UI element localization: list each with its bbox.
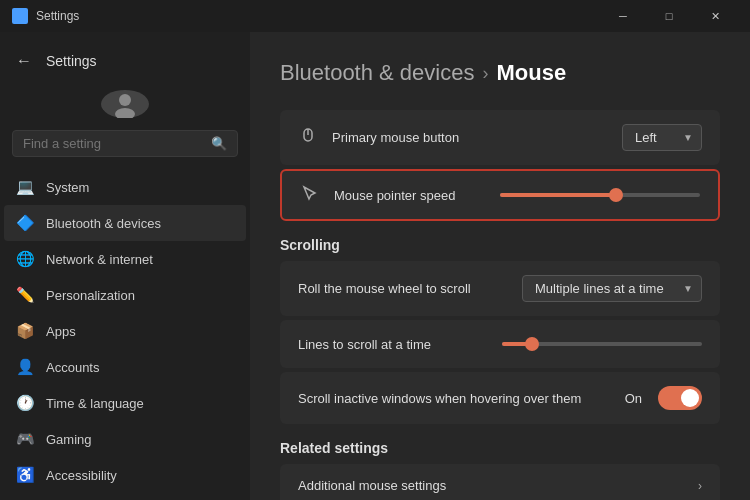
close-button[interactable]: ✕ — [692, 0, 738, 32]
search-icon: 🔍 — [211, 136, 227, 151]
system-icon: 💻 — [16, 178, 34, 196]
lines-scroll-left: Lines to scroll at a time — [298, 337, 431, 352]
roll-scroll-value: Multiple lines at a time — [535, 281, 664, 296]
sidebar-item-label-time: Time & language — [46, 396, 144, 411]
sidebar-item-gaming[interactable]: 🎮 Gaming — [4, 421, 246, 457]
lines-scroll-row: Lines to scroll at a time — [280, 320, 720, 368]
accounts-icon: 👤 — [16, 358, 34, 376]
breadcrumb-chevron: › — [482, 63, 488, 84]
breadcrumb-parent: Bluetooth & devices — [280, 60, 474, 86]
sidebar-item-label-network: Network & internet — [46, 252, 153, 267]
primary-mouse-label: Primary mouse button — [332, 130, 459, 145]
sidebar-header: ← Settings — [0, 40, 250, 86]
sidebar-item-time[interactable]: 🕐 Time & language — [4, 385, 246, 421]
sidebar-item-label-personalization: Personalization — [46, 288, 135, 303]
sidebar-item-network[interactable]: 🌐 Network & internet — [4, 241, 246, 277]
sidebar-item-label-gaming: Gaming — [46, 432, 92, 447]
primary-mouse-value: Left — [635, 130, 657, 145]
inactive-scroll-label: Scroll inactive windows when hovering ov… — [298, 391, 581, 406]
minimize-button[interactable]: ─ — [600, 0, 646, 32]
title-bar-title: Settings — [36, 9, 79, 23]
search-input[interactable] — [23, 136, 203, 151]
back-button[interactable]: ← — [12, 48, 36, 74]
scrolling-section-title: Scrolling — [280, 237, 720, 253]
search-box: 🔍 — [12, 130, 238, 157]
title-bar-controls: ─ □ ✕ — [600, 0, 738, 32]
related-label: Additional mouse settings — [298, 478, 446, 493]
primary-mouse-dropdown-wrapper: Left ▼ — [622, 124, 702, 151]
apps-icon: 📦 — [16, 322, 34, 340]
roll-scroll-label: Roll the mouse wheel to scroll — [298, 281, 471, 296]
sidebar: ← Settings 🔍 💻 System 🔷 Bluetooth & devi… — [0, 32, 250, 500]
inactive-scroll-left: Scroll inactive windows when hovering ov… — [298, 391, 581, 406]
sidebar-item-privacy[interactable]: 🔒 Privacy & security — [4, 493, 246, 500]
inactive-scroll-toggle[interactable] — [658, 386, 702, 410]
personalization-icon: ✏️ — [16, 286, 34, 304]
sidebar-item-bluetooth[interactable]: 🔷 Bluetooth & devices — [4, 205, 246, 241]
main-layout: ← Settings 🔍 💻 System 🔷 Bluetooth & devi… — [0, 32, 750, 500]
lines-slider-track — [502, 342, 702, 346]
toggle-thumb — [681, 389, 699, 407]
bluetooth-icon: 🔷 — [16, 214, 34, 232]
slider-fill — [500, 193, 616, 197]
sidebar-item-label-system: System — [46, 180, 89, 195]
settings-label: Settings — [46, 53, 97, 69]
breadcrumb: Bluetooth & devices › Mouse — [280, 60, 720, 86]
network-icon: 🌐 — [16, 250, 34, 268]
roll-scroll-left: Roll the mouse wheel to scroll — [298, 281, 471, 296]
primary-mouse-dropdown[interactable]: Left ▼ — [622, 124, 702, 151]
accessibility-icon: ♿ — [16, 466, 34, 484]
title-bar-left: Settings — [12, 8, 79, 24]
mouse-speed-left: Mouse pointer speed — [300, 185, 455, 205]
gaming-icon: 🎮 — [16, 430, 34, 448]
slider-track — [500, 193, 700, 197]
related-chevron-icon: › — [698, 479, 702, 493]
dropdown-chevron-icon2: ▼ — [683, 283, 693, 294]
avatar — [101, 90, 149, 118]
inactive-scroll-toggle-label: On — [625, 391, 642, 406]
lines-slider-thumb[interactable] — [525, 337, 539, 351]
roll-scroll-dropdown-wrapper: Multiple lines at a time ▼ — [522, 275, 702, 302]
svg-point-1 — [115, 108, 135, 118]
roll-scroll-row: Roll the mouse wheel to scroll Multiple … — [280, 261, 720, 316]
roll-scroll-dropdown[interactable]: Multiple lines at a time ▼ — [522, 275, 702, 302]
maximize-button[interactable]: □ — [646, 0, 692, 32]
content-area: Bluetooth & devices › Mouse Primary mous… — [250, 32, 750, 500]
app-icon — [12, 8, 28, 24]
mouse-speed-row: Mouse pointer speed — [280, 169, 720, 221]
time-icon: 🕐 — [16, 394, 34, 412]
mouse-icon — [298, 127, 318, 149]
related-settings-row[interactable]: Additional mouse settings › — [280, 464, 720, 500]
primary-mouse-row: Primary mouse button Left ▼ — [280, 110, 720, 165]
breadcrumb-current: Mouse — [496, 60, 566, 86]
lines-scroll-label: Lines to scroll at a time — [298, 337, 431, 352]
inactive-scroll-toggle-wrapper: On — [625, 386, 702, 410]
related-section-title: Related settings — [280, 440, 720, 456]
sidebar-item-label-bluetooth: Bluetooth & devices — [46, 216, 161, 231]
sidebar-item-accounts[interactable]: 👤 Accounts — [4, 349, 246, 385]
lines-scroll-slider[interactable] — [502, 334, 702, 354]
cursor-icon — [300, 185, 320, 205]
sidebar-item-label-accounts: Accounts — [46, 360, 99, 375]
sidebar-item-accessibility[interactable]: ♿ Accessibility — [4, 457, 246, 493]
slider-thumb[interactable] — [609, 188, 623, 202]
svg-point-0 — [119, 94, 131, 106]
inactive-scroll-row: Scroll inactive windows when hovering ov… — [280, 372, 720, 424]
sidebar-item-system[interactable]: 💻 System — [4, 169, 246, 205]
sidebar-item-apps[interactable]: 📦 Apps — [4, 313, 246, 349]
sidebar-item-label-apps: Apps — [46, 324, 76, 339]
nav-list: 💻 System 🔷 Bluetooth & devices 🌐 Network… — [0, 169, 250, 500]
sidebar-item-label-accessibility: Accessibility — [46, 468, 117, 483]
mouse-speed-slider[interactable] — [500, 185, 700, 205]
primary-mouse-left: Primary mouse button — [298, 127, 459, 149]
dropdown-chevron-icon: ▼ — [683, 132, 693, 143]
mouse-speed-label: Mouse pointer speed — [334, 188, 455, 203]
sidebar-item-personalization[interactable]: ✏️ Personalization — [4, 277, 246, 313]
title-bar: Settings ─ □ ✕ — [0, 0, 750, 32]
